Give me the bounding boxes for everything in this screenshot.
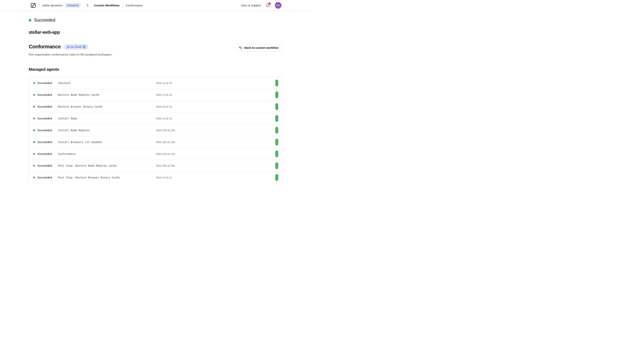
- step-name: Checkout: [58, 81, 156, 84]
- step-duration: from 1s to 1s: [156, 117, 276, 120]
- managed-agents-heading: Managed agents: [29, 67, 282, 72]
- top-navbar: / stellar-dynamics Enterprise Custom Wor…: [0, 0, 310, 11]
- navbar-actions: Docs & Support NO: [241, 2, 281, 9]
- step-name: Post Step: Restore Node Modules Cache: [58, 164, 156, 167]
- step-timeline-bar: [276, 127, 278, 134]
- step-status: Succeeded: [37, 93, 58, 96]
- agent-step-row[interactable]: Succeeded Conformance from 12s to 12s: [29, 148, 282, 160]
- notification-dot: [269, 3, 271, 5]
- step-timeline-bar: [276, 80, 278, 86]
- step-timeline-bar: [276, 162, 278, 169]
- step-status: Succeeded: [37, 105, 58, 108]
- agent-step-row[interactable]: Succeeded Post Step: Restore Node Module…: [29, 160, 282, 172]
- step-name: Restore Node Modules Cache: [58, 93, 156, 96]
- by-nx-cloud-label: by Nx Cloud: [67, 45, 81, 48]
- step-timeline-bar: [276, 174, 278, 181]
- by-nx-cloud-badge[interactable]: by Nx Cloud: [65, 44, 88, 49]
- step-timeline-bar: [276, 92, 278, 98]
- back-arrow-icon: [239, 46, 242, 49]
- step-duration: from 12s to 12s: [156, 152, 276, 155]
- status-dot-icon: [33, 141, 35, 143]
- agents-table: Succeeded Checkout from 1s to 1s Succeed…: [29, 77, 282, 182]
- workflow-header: Conformance by Nx Cloud Run organization…: [29, 44, 282, 56]
- workspace-name: stellar-web-app: [29, 30, 282, 35]
- workflow-title: Conformance: [29, 44, 61, 50]
- agent-step-row[interactable]: Succeeded Restore Node Modules Cache fro…: [29, 89, 282, 101]
- status-dot-icon: [33, 176, 35, 178]
- step-duration: from 1s to 1s: [156, 81, 276, 84]
- step-status: Succeeded: [37, 117, 58, 120]
- workflow-description: Run organization conformance rules on th…: [29, 53, 112, 56]
- step-status: Succeeded: [37, 140, 58, 144]
- status-dot-icon: [33, 82, 35, 84]
- step-status: Succeeded: [37, 81, 58, 85]
- step-name: Post Step: Restore Browser Binary Cache: [58, 176, 156, 179]
- step-duration: from 1s to 1s: [156, 176, 276, 179]
- agent-step-row[interactable]: Succeeded Install Node from 1s to 1s: [29, 112, 282, 124]
- step-duration: from 16s to 16s: [156, 141, 276, 143]
- back-button-label: Back to custom workflow: [244, 46, 278, 49]
- step-timeline-bar: [276, 139, 278, 145]
- status-dot-icon: [33, 94, 35, 96]
- enterprise-badge[interactable]: Enterprise: [65, 3, 81, 7]
- workflow-title-block: Conformance by Nx Cloud Run organization…: [29, 44, 112, 56]
- step-name: Install Node: [58, 117, 156, 120]
- main-content: Succeeded stellar-web-app Conformance by…: [29, 11, 282, 182]
- step-duration: from 1s to 1s: [156, 105, 276, 108]
- status-dot-icon: [33, 106, 35, 108]
- breadcrumb-section[interactable]: Custom Workflows: [94, 4, 120, 7]
- breadcrumb-org[interactable]: stellar-dynamics: [42, 4, 63, 7]
- status-dot-icon: [33, 165, 35, 167]
- status-dot-icon: [33, 129, 35, 131]
- step-name: Restore Browser Binary Cache: [58, 105, 156, 108]
- workspace-switcher-chevron-icon[interactable]: [86, 4, 89, 7]
- step-timeline-bar: [276, 103, 278, 110]
- step-status: Succeeded: [37, 164, 58, 167]
- step-duration: from 34s to 34s: [156, 164, 276, 167]
- agent-step-row[interactable]: Succeeded Restore Browser Binary Cache f…: [29, 101, 282, 112]
- agent-step-row[interactable]: Succeeded Post Step: Restore Browser Bin…: [29, 172, 282, 182]
- nx-cloud-logo-icon[interactable]: [30, 3, 36, 8]
- agent-step-row[interactable]: Succeeded Install Browsers (if needed) f…: [29, 136, 282, 148]
- step-status: Succeeded: [37, 176, 58, 179]
- breadcrumb-separator: /: [39, 3, 40, 7]
- step-status: Succeeded: [37, 128, 58, 132]
- run-status: Succeeded: [29, 18, 282, 23]
- step-timeline-bar: [276, 151, 278, 157]
- run-status-label: Succeeded: [34, 18, 55, 23]
- nx-logo-mini-icon: [83, 45, 86, 48]
- status-dot-icon: [33, 118, 35, 119]
- step-name: Install Node Modules: [58, 129, 156, 132]
- step-timeline-bar: [276, 115, 278, 122]
- step-name: Install Browsers (if needed): [58, 141, 156, 143]
- breadcrumb-page: Conformance: [126, 4, 143, 7]
- step-duration: from 1s to 1s: [156, 93, 276, 96]
- docs-support-link[interactable]: Docs & Support: [241, 4, 261, 7]
- avatar[interactable]: NO: [275, 2, 281, 9]
- status-dot-icon: [33, 153, 35, 155]
- breadcrumb-separator: /: [122, 3, 123, 7]
- back-to-custom-workflow-button[interactable]: Back to custom workflow: [235, 44, 282, 51]
- step-name: Conformance: [58, 152, 156, 155]
- agent-step-row[interactable]: Succeeded Checkout from 1s to 1s: [29, 77, 282, 89]
- step-status: Succeeded: [37, 152, 58, 156]
- step-duration: from 23s to 23s: [156, 129, 276, 132]
- status-dot-icon: [29, 19, 31, 22]
- notifications-bell-icon[interactable]: [266, 3, 270, 7]
- breadcrumb: / stellar-dynamics Enterprise Custom Wor…: [30, 3, 143, 8]
- agent-step-row[interactable]: Succeeded Install Node Modules from 23s …: [29, 124, 282, 136]
